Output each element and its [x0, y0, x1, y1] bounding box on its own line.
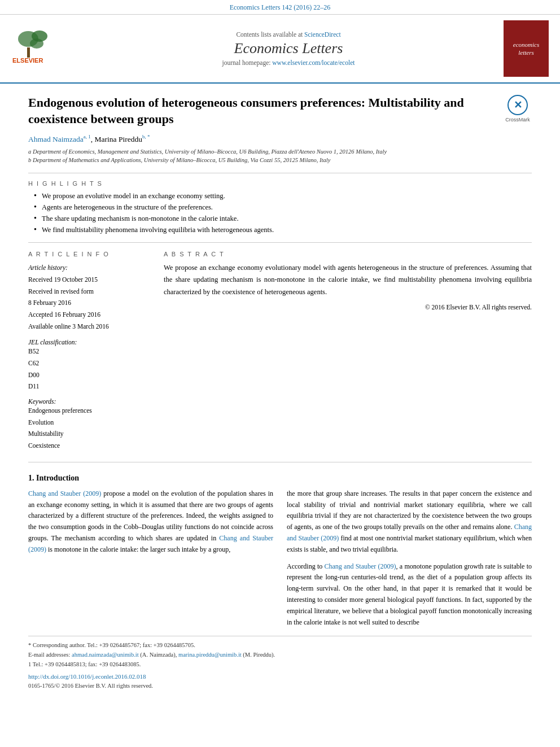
- footnote-email: E-mail addresses: ahmad.naimzada@unimib.…: [28, 650, 532, 660]
- doi-line: http://dx.doi.org/10.1016/j.econlet.2016…: [28, 672, 532, 682]
- homepage-anchor[interactable]: www.elsevier.com/locate/ecolet: [272, 59, 355, 66]
- journal-banner: ELSEVIER Contents lists available at Sci…: [0, 15, 560, 84]
- crossmark-icon[interactable]: ✕: [508, 95, 528, 115]
- abstract-label: A B S T R A C T: [164, 251, 532, 257]
- affiliations: a Department of Economics, Management an…: [28, 147, 532, 165]
- keyword: Multistability: [28, 428, 152, 440]
- chang-stauber-link-3[interactable]: Chang and Stauber (2009): [287, 523, 532, 542]
- intro-right-text-2: According to Chang and Stauber (2009), a…: [287, 561, 532, 628]
- keyword: Evolution: [28, 417, 152, 429]
- revised-date: 8 February 2016: [28, 297, 152, 309]
- main-content: Endogenous evolution of heterogeneous co…: [0, 84, 560, 702]
- svg-text:ELSEVIER: ELSEVIER: [12, 57, 43, 64]
- keywords-label: Keywords:: [28, 398, 152, 405]
- chang-stauber-link-2[interactable]: Chang and Stauber (2009): [28, 534, 273, 553]
- journal-header-bar: Economics Letters 142 (2016) 22–26: [0, 0, 560, 15]
- highlights-section: H I G H L I G H T S We propose an evolut…: [28, 180, 532, 235]
- jel-code: D00: [28, 369, 152, 381]
- highlight-item: Agents are heterogeneous in the structur…: [34, 202, 532, 213]
- highlight-item: We propose an evolutive model in an exch…: [34, 190, 532, 202]
- info-abstract-section: A R T I C L E I N F O Article history: R…: [28, 251, 532, 452]
- journal-cover-image: economics letters: [504, 20, 549, 77]
- intro-right-text-1: the more that group share increases. The…: [287, 488, 532, 556]
- available-date: Available online 3 March 2016: [28, 321, 152, 333]
- homepage-link: journal homepage: www.elsevier.com/locat…: [73, 59, 504, 66]
- journal-citation: Economics Letters 142 (2016) 22–26: [230, 3, 331, 11]
- received-revised-label: Received in revised form: [28, 286, 152, 298]
- chang-stauber-link-1[interactable]: Chang and Stauber (2009): [28, 490, 101, 497]
- intro-heading: 1. Introduction: [28, 474, 532, 483]
- copyright-line: © 2016 Elsevier B.V. All rights reserved…: [164, 304, 532, 311]
- jel-code: B52: [28, 346, 152, 357]
- authors-line: Ahmad Naimzadaa, 1, Marina Pireddub, *: [28, 134, 532, 144]
- sciencedirect-link: Contents lists available at ScienceDirec…: [73, 31, 504, 38]
- intro-body-cols: Chang and Stauber (2009) propose a model…: [28, 488, 532, 628]
- issn-line: 0165-1765/© 2016 Elsevier B.V. All right…: [28, 682, 532, 691]
- email1-link[interactable]: ahmad.naimzada@unimib.it: [72, 652, 139, 658]
- svg-rect-4: [27, 47, 30, 58]
- banner-center: Contents lists available at ScienceDirec…: [73, 31, 504, 66]
- highlight-item: We find multistability phenomena involvi…: [34, 224, 532, 235]
- keywords-section: Keywords: Endogenous preferences Evoluti…: [28, 398, 152, 452]
- received-date: Received 19 October 2015: [28, 274, 152, 286]
- chang-stauber-link-4[interactable]: Chang and Stauber (2009): [325, 562, 396, 570]
- intro-right-col: the more that group share increases. The…: [287, 488, 532, 628]
- article-title-section: Endogenous evolution of heterogeneous co…: [28, 95, 532, 127]
- doi-link[interactable]: http://dx.doi.org/10.1016/j.econlet.2016…: [28, 673, 146, 680]
- affiliation-b: b Department of Mathematics and Applicat…: [28, 156, 532, 165]
- jel-codes: B52 C62 D00 D11: [28, 346, 152, 392]
- sciencedirect-anchor[interactable]: ScienceDirect: [304, 31, 341, 38]
- article-history: Article history: Received 19 October 201…: [28, 262, 152, 332]
- jel-code: C62: [28, 357, 152, 369]
- jel-section: JEL classification: B52 C62 D00 D11: [28, 339, 152, 392]
- highlights-label: H I G H L I G H T S: [28, 180, 532, 187]
- author2-sup: b, *: [142, 134, 150, 139]
- abstract-text: We propose an exchange economy evolution…: [164, 262, 532, 298]
- footnote-star: * Corresponding author. Tel.: +39 026448…: [28, 641, 532, 650]
- article-info-col: A R T I C L E I N F O Article history: R…: [28, 251, 152, 452]
- article-title: Endogenous evolution of heterogeneous co…: [28, 95, 504, 127]
- highlights-list: We propose an evolutive model in an exch…: [34, 190, 532, 235]
- highlight-item: The share updating mechanism is non-mono…: [34, 213, 532, 224]
- jel-label: JEL classification:: [28, 339, 152, 346]
- elsevier-logo: ELSEVIER: [11, 28, 73, 69]
- keyword: Coexistence: [28, 440, 152, 452]
- keyword: Endogenous preferences: [28, 405, 152, 417]
- article-info-label: A R T I C L E I N F O: [28, 251, 152, 257]
- accepted-date: Accepted 16 February 2016: [28, 309, 152, 321]
- journal-title-banner: Economics Letters: [73, 40, 504, 57]
- author1-sup: a, 1: [84, 134, 91, 139]
- intro-left-text: Chang and Stauber (2009) propose a model…: [28, 488, 273, 556]
- intro-left-col: Chang and Stauber (2009) propose a model…: [28, 488, 273, 628]
- divider-2: [28, 242, 532, 243]
- svg-point-3: [30, 38, 43, 49]
- crossmark-label: CrossMark: [505, 117, 530, 123]
- keywords-list: Endogenous preferences Evolution Multist…: [28, 405, 152, 452]
- jel-code: D11: [28, 381, 152, 392]
- footnotes-section: * Corresponding author. Tel.: +39 026448…: [28, 636, 532, 691]
- introduction-section: 1. Introduction Chang and Stauber (2009)…: [28, 474, 532, 628]
- divider-1: [28, 173, 532, 173]
- author1-link[interactable]: Ahmad Naimzada: [28, 135, 84, 143]
- divider-3: [28, 462, 532, 462]
- email2-link[interactable]: marina.pireddu@unimib.it: [178, 652, 242, 658]
- affiliation-a: a Department of Economics, Management an…: [28, 147, 532, 156]
- abstract-col: A B S T R A C T We propose an exchange e…: [164, 251, 532, 452]
- crossmark-widget[interactable]: ✕ CrossMark: [504, 95, 532, 123]
- history-label: Article history:: [28, 262, 152, 274]
- footnote-1: 1 Tel.: +39 0264485813; fax: +39 0264483…: [28, 660, 532, 670]
